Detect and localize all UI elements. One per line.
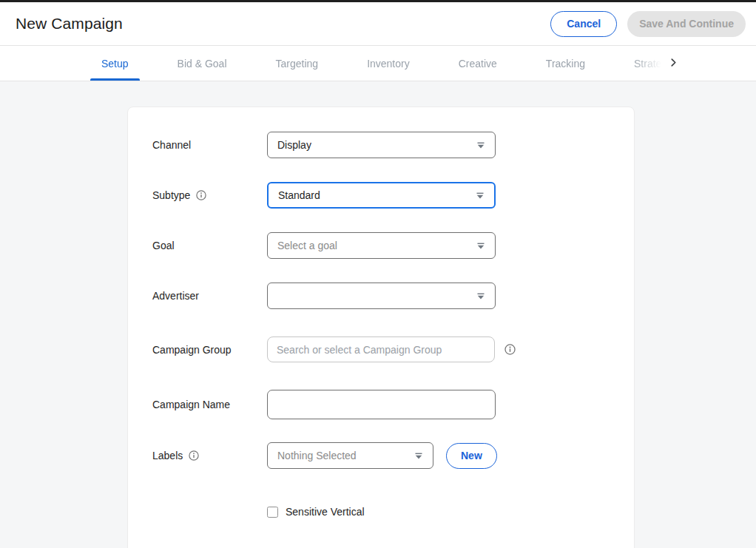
subtype-info-icon[interactable] bbox=[196, 190, 206, 200]
tab-tracking[interactable]: Tracking bbox=[522, 46, 610, 81]
sensitive-vertical-row: Sensitive Vertical bbox=[267, 506, 634, 518]
tab-bid-and-goal[interactable]: Bid & Goal bbox=[153, 46, 252, 81]
goal-select[interactable]: Select a goal bbox=[267, 232, 496, 259]
subtype-value: Standard bbox=[278, 189, 320, 201]
campaign-group-label: Campaign Group bbox=[152, 344, 267, 356]
dropdown-caret-icon bbox=[414, 453, 423, 459]
sensitive-vertical-checkbox[interactable] bbox=[267, 507, 278, 518]
goal-field-row: Goal Select a goal bbox=[152, 232, 634, 259]
tab-targeting[interactable]: Targeting bbox=[252, 46, 343, 81]
labels-info-icon[interactable] bbox=[189, 450, 199, 461]
tab-creative[interactable]: Creative bbox=[434, 46, 522, 81]
subtype-label: Subtype bbox=[152, 189, 267, 201]
cancel-button[interactable]: Cancel bbox=[550, 11, 617, 37]
campaign-group-input[interactable] bbox=[267, 336, 495, 362]
page-title: New Campaign bbox=[16, 15, 123, 33]
campaign-name-label: Campaign Name bbox=[152, 399, 267, 410]
dropdown-caret-icon bbox=[476, 142, 485, 149]
channel-select[interactable]: Display bbox=[267, 132, 496, 158]
save-and-continue-button[interactable]: Save And Continue bbox=[627, 11, 746, 37]
dropdown-caret-icon bbox=[476, 243, 485, 249]
channel-value: Display bbox=[277, 139, 311, 151]
tabs-strip: Setup Bid & Goal Targeting Inventory Cre… bbox=[77, 46, 661, 81]
tabs-scroll-right-button[interactable] bbox=[664, 55, 682, 72]
setup-form-card: Channel Display Subtype Standard bbox=[127, 106, 635, 548]
advertiser-select[interactable] bbox=[267, 283, 496, 309]
tab-inventory[interactable]: Inventory bbox=[342, 46, 434, 81]
labels-label: Labels bbox=[152, 450, 267, 461]
goal-label: Goal bbox=[152, 240, 267, 251]
chevron-right-icon bbox=[669, 58, 678, 69]
subtype-field-row: Subtype Standard bbox=[152, 182, 634, 209]
header-actions: Cancel Save And Continue bbox=[550, 11, 746, 37]
page-content: Channel Display Subtype Standard bbox=[0, 106, 756, 548]
tab-setup[interactable]: Setup bbox=[77, 46, 153, 81]
labels-value: Nothing Selected bbox=[277, 450, 357, 461]
campaign-name-input[interactable] bbox=[267, 390, 496, 419]
tab-strategy[interactable]: Strategy bbox=[610, 46, 661, 81]
campaign-group-info-icon[interactable] bbox=[504, 344, 516, 355]
advertiser-field-row: Advertiser bbox=[152, 283, 634, 309]
goal-placeholder: Select a goal bbox=[277, 240, 337, 251]
dropdown-caret-icon bbox=[476, 293, 485, 300]
channel-field-row: Channel Display bbox=[152, 132, 634, 158]
labels-select[interactable]: Nothing Selected bbox=[267, 442, 433, 469]
advertiser-label: Advertiser bbox=[152, 290, 267, 302]
subtype-select[interactable]: Standard bbox=[267, 182, 496, 209]
labels-field-row: Labels Nothing Selected New bbox=[152, 442, 634, 469]
new-label-button[interactable]: New bbox=[446, 443, 497, 469]
sensitive-vertical-label: Sensitive Vertical bbox=[286, 506, 365, 518]
page-header: New Campaign Cancel Save And Continue bbox=[0, 2, 756, 46]
campaign-name-field-row: Campaign Name bbox=[152, 390, 634, 419]
campaign-group-field-row: Campaign Group bbox=[152, 336, 634, 362]
channel-label: Channel bbox=[152, 139, 267, 151]
dropdown-caret-icon bbox=[476, 192, 485, 199]
campaign-tabs: Setup Bid & Goal Targeting Inventory Cre… bbox=[0, 46, 756, 81]
